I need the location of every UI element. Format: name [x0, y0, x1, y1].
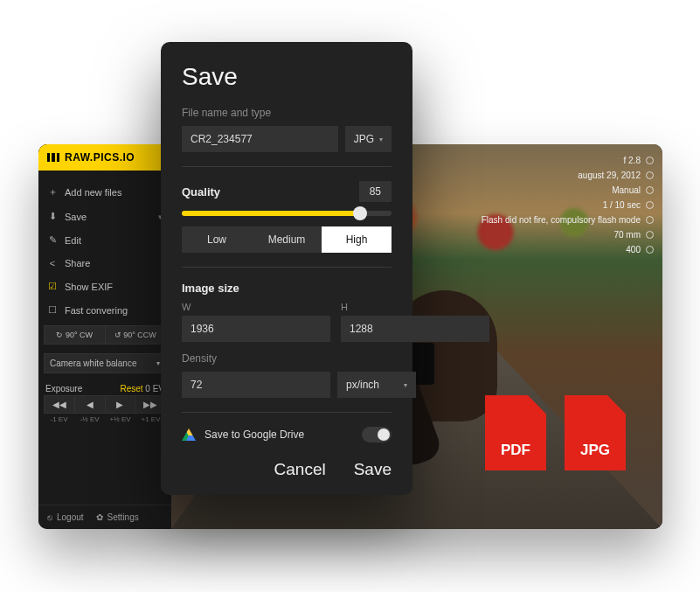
- image-size-label: Image size: [182, 282, 239, 295]
- fast-convert-toggle[interactable]: ☐ Fast convering: [38, 298, 171, 322]
- shutter-icon: [646, 201, 654, 209]
- filename-section-label: File name and type: [182, 107, 392, 119]
- settings-button[interactable]: ✿ Settings: [96, 512, 139, 522]
- film-icon: [47, 153, 59, 162]
- download-icon: ⬇: [47, 211, 58, 222]
- share-icon: <: [47, 258, 58, 268]
- checkbox-checked-icon: ☑: [47, 281, 58, 292]
- sidebar-footer: ⎋ Logout ✿ Settings: [38, 505, 171, 529]
- save-label: Save: [65, 212, 87, 222]
- app-logo: RAW.PICS.IO: [38, 144, 171, 171]
- exif-overlay: f 2.8 august 29, 2012 Manual 1 / 10 sec …: [482, 153, 654, 257]
- share-label: Share: [65, 258, 90, 268]
- exif-focal: 70 mm: [613, 227, 641, 242]
- white-balance-select[interactable]: Camera white balance ▾: [44, 353, 166, 373]
- ev-minus-half[interactable]: ◀: [75, 395, 106, 414]
- exif-shutter: 1 / 10 sec: [603, 198, 641, 212]
- flash-icon: [646, 216, 654, 224]
- plus-icon: ＋: [47, 185, 58, 198]
- chevron-down-icon: ▾: [404, 381, 407, 389]
- google-drive-icon: [182, 428, 196, 441]
- exif-aperture: f 2.8: [624, 153, 641, 168]
- mode-icon: [646, 186, 654, 194]
- quality-medium-button[interactable]: Medium: [252, 226, 322, 253]
- dialog-title: Save: [182, 63, 392, 91]
- gear-icon: ✿: [96, 512, 103, 522]
- quality-high-button[interactable]: High: [322, 226, 392, 253]
- ev-minus-1[interactable]: ◀◀: [44, 395, 75, 414]
- quality-preset-segment: Low Medium High: [182, 226, 392, 253]
- show-exif-toggle[interactable]: ☑ Show EXIF: [38, 275, 171, 298]
- show-exif-label: Show EXIF: [65, 282, 113, 292]
- gdrive-toggle[interactable]: [362, 427, 392, 442]
- quality-value: 85: [359, 181, 392, 202]
- logout-icon: ⎋: [47, 512, 52, 522]
- save-menu[interactable]: ⬇ Save ▾: [38, 205, 171, 228]
- filetype-value: JPG: [354, 133, 374, 145]
- exposure-header: Exposure Reset 0 EV: [38, 379, 171, 395]
- density-label: Density: [182, 352, 392, 365]
- iso-icon: [646, 246, 654, 254]
- density-unit-select[interactable]: px/inch ▾: [337, 372, 416, 398]
- quality-label: Quality: [182, 185, 220, 198]
- exposure-stepper: ◀◀ ◀ ▶ ▶▶: [38, 395, 171, 414]
- exif-flash: Flash did not fire, compulsory flash mod…: [482, 212, 641, 227]
- rotate-cw-button[interactable]: ↻ 90° CW: [44, 325, 106, 345]
- save-dialog: Save File name and type JPG ▾ Quality 85…: [161, 42, 412, 495]
- rotate-controls: ↻ 90° CW ↺ 90° CCW: [38, 322, 171, 348]
- logout-label: Logout: [57, 512, 84, 522]
- wb-value: Camera white balance: [50, 359, 137, 368]
- toggle-knob: [378, 428, 390, 441]
- exif-iso: 400: [626, 242, 641, 257]
- focal-icon: [646, 231, 654, 239]
- logout-button[interactable]: ⎋ Logout: [47, 512, 84, 522]
- checkbox-empty-icon: ☐: [47, 304, 58, 316]
- edit-label: Edit: [65, 235, 81, 246]
- exposure-reset[interactable]: Reset 0 EV: [120, 384, 164, 394]
- filename-input[interactable]: [182, 126, 338, 152]
- exif-mode: Manual: [612, 183, 641, 198]
- jpg-label: JPG: [580, 442, 610, 459]
- height-input[interactable]: [341, 316, 489, 342]
- chevron-down-icon: ▾: [156, 359, 160, 367]
- jpg-file-badge: JPG: [565, 395, 626, 470]
- exposure-label: Exposure: [45, 384, 82, 394]
- width-label: W: [182, 302, 330, 312]
- exposure-tick-labels: -1 EV -½ EV +½ EV +1 EV: [38, 414, 171, 425]
- filetype-select[interactable]: JPG ▾: [345, 126, 392, 152]
- pencil-icon: ✎: [47, 234, 58, 246]
- pdf-file-badge: PDF: [485, 395, 546, 470]
- add-files-label: Add new files: [65, 187, 121, 198]
- sidebar: RAW.PICS.IO ＋ Add new files ⬇ Save ▾ ✎ E…: [38, 144, 171, 529]
- quality-slider[interactable]: [182, 211, 392, 216]
- fast-convert-label: Fast convering: [65, 305, 128, 316]
- slider-thumb[interactable]: [353, 206, 367, 220]
- ev-plus-half[interactable]: ▶: [106, 395, 136, 414]
- gdrive-label: Save to Google Drive: [204, 428, 304, 441]
- rotate-ccw-button[interactable]: ↺ 90° CCW: [106, 325, 167, 345]
- settings-label: Settings: [107, 512, 139, 522]
- cancel-button[interactable]: Cancel: [274, 460, 326, 479]
- edit-button[interactable]: ✎ Edit: [38, 228, 171, 252]
- pdf-label: PDF: [501, 442, 530, 459]
- quality-low-button[interactable]: Low: [182, 226, 252, 253]
- add-files-button[interactable]: ＋ Add new files: [38, 179, 171, 205]
- aperture-icon: [646, 157, 654, 164]
- density-unit-value: px/inch: [346, 379, 379, 391]
- share-button[interactable]: < Share: [38, 252, 171, 275]
- height-label: H: [341, 302, 489, 312]
- save-button[interactable]: Save: [354, 460, 392, 479]
- calendar-icon: [646, 171, 654, 179]
- exif-date: august 29, 2012: [578, 168, 641, 183]
- density-input[interactable]: [182, 372, 330, 398]
- chevron-down-icon: ▾: [379, 136, 383, 143]
- width-input[interactable]: [182, 316, 330, 342]
- slider-fill: [182, 211, 360, 216]
- logo-text: RAW.PICS.IO: [65, 151, 135, 164]
